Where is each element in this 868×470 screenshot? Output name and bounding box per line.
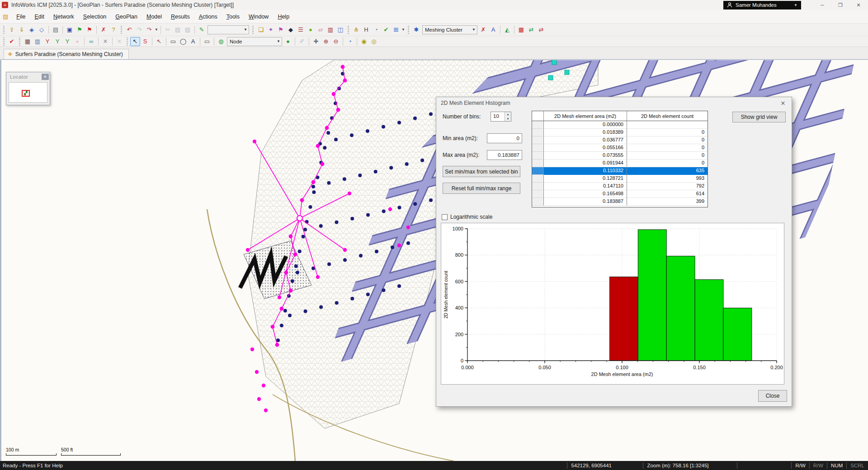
bridge-icon[interactable]: H xyxy=(361,25,371,34)
log-scale-checkbox[interactable] xyxy=(442,214,448,220)
row-selector[interactable] xyxy=(532,152,544,160)
new-window-icon[interactable]: ❏ xyxy=(256,25,266,34)
polygon-window-icon[interactable]: ▱ xyxy=(316,25,326,34)
select-trace-icon[interactable]: S xyxy=(140,37,150,46)
update-from-database-icon[interactable]: ⇓ xyxy=(17,25,27,34)
zoom-out-icon[interactable]: ⊖ xyxy=(331,37,341,46)
sync-commit-icon[interactable]: ⇄ xyxy=(526,25,536,34)
menu-model[interactable]: Model xyxy=(142,12,166,22)
flag-red-icon[interactable]: ⚑ xyxy=(85,25,94,34)
clear-flag-icon[interactable]: ◎ xyxy=(369,37,379,46)
previous-view-icon[interactable]: ◔ xyxy=(345,37,355,46)
merge-nodes-icon[interactable]: ∞ xyxy=(86,37,96,46)
reset-range-button[interactable]: Reset full min/max range xyxy=(443,183,520,194)
menu-help[interactable]: Help xyxy=(273,12,294,22)
delete-scenario-icon[interactable]: ✗ xyxy=(478,25,488,34)
rename-scenario-icon[interactable]: A xyxy=(488,25,498,34)
table-row[interactable]: 0.0551660 xyxy=(532,144,708,152)
bins-down-icon[interactable]: ▼ xyxy=(505,117,511,121)
node-type-combobox[interactable]: Node▼ xyxy=(227,37,282,46)
delete-with-pointer-icon[interactable]: ✕ xyxy=(114,37,124,46)
menu-tools[interactable]: Tools xyxy=(222,12,244,22)
compare-scenarios-icon[interactable]: ◭ xyxy=(502,25,512,34)
tab-surfers-paradise[interactable]: ❖ Surfers Paradise (Scenario Meshing Clu… xyxy=(4,49,129,59)
max-area-field[interactable]: 0.183887 xyxy=(487,150,522,160)
table-row[interactable]: 0.147110792 xyxy=(532,183,708,190)
row-selector[interactable] xyxy=(532,198,544,206)
locator-close-button[interactable]: ✕ xyxy=(42,74,49,80)
add-table-icon[interactable]: ⊞ xyxy=(391,25,401,34)
bins-up-icon[interactable]: ▲ xyxy=(505,112,511,117)
edit-flags-icon[interactable]: ✎ xyxy=(197,25,207,34)
menu-edit[interactable]: Edit xyxy=(30,12,49,22)
table-row[interactable]: 0.0183890 xyxy=(532,129,708,136)
add-table-icon-caret[interactable]: ▼ xyxy=(401,28,406,32)
pond-icon[interactable]: ◔ xyxy=(371,25,381,34)
zoom-in-icon[interactable]: ⊕ xyxy=(321,37,331,46)
minimize-button[interactable]: ─ xyxy=(819,2,826,8)
flag-combobox[interactable]: ▼ xyxy=(208,25,249,34)
table-row[interactable]: 0.165498614 xyxy=(532,190,708,198)
trace-green-icon[interactable]: Y xyxy=(52,37,62,46)
dialog-close-button[interactable]: Close xyxy=(758,390,787,402)
grid-window-icon[interactable]: ◫ xyxy=(335,25,345,34)
select-circle-icon[interactable]: ◯ xyxy=(178,37,188,46)
menu-geoplan[interactable]: GeoPlan xyxy=(111,12,142,22)
menu-actions[interactable]: Actions xyxy=(194,12,222,22)
user-dropdown[interactable]: Samer Muhandes ▼ xyxy=(723,1,801,9)
row-selector[interactable] xyxy=(532,144,544,152)
bins-value[interactable]: 10 xyxy=(491,112,505,121)
branch-tools-icon[interactable]: ⋔ xyxy=(351,25,361,34)
digitise-icon[interactable]: ✐ xyxy=(297,37,307,46)
redo-icon[interactable]: ↷ xyxy=(134,25,144,34)
deselect-all-icon[interactable]: ↖ xyxy=(154,37,164,46)
select-pointer-icon[interactable]: ↖ xyxy=(130,37,140,46)
commit-changes-icon[interactable]: ⇪ xyxy=(7,25,17,34)
undo-icon[interactable]: ↶ xyxy=(124,25,134,34)
table-row[interactable]: 0.110332635 xyxy=(532,167,708,175)
table-row[interactable]: 0.000000 xyxy=(532,121,708,129)
min-area-field[interactable]: 0 xyxy=(487,133,522,143)
table-row[interactable]: 0.128721993 xyxy=(532,175,708,183)
select-window-icon[interactable]: ▭ xyxy=(168,37,178,46)
locator-thumbnail[interactable]: ▞ xyxy=(9,82,47,103)
menu-file[interactable]: File xyxy=(12,12,30,22)
dissolve-icon[interactable]: ● xyxy=(72,37,82,46)
histogram-bar-6[interactable] xyxy=(638,230,666,361)
row-selector[interactable] xyxy=(532,129,544,136)
trace-red-icon[interactable]: Y xyxy=(42,37,52,46)
trace-mixed-icon[interactable]: Y xyxy=(62,37,72,46)
select-label-icon[interactable]: A xyxy=(188,37,198,46)
close-button[interactable]: ✕ xyxy=(855,2,862,8)
object-type-icon[interactable]: ◍ xyxy=(216,37,226,46)
remove-grid-icon[interactable]: ▦ xyxy=(516,25,526,34)
delete-object-icon[interactable]: ✕ xyxy=(100,37,110,46)
key-icon[interactable]: ✦ xyxy=(266,25,276,34)
table-row[interactable]: 0.0919440 xyxy=(532,160,708,167)
pan-icon[interactable]: ✚ xyxy=(311,37,321,46)
paste-icon[interactable]: ▨ xyxy=(183,25,193,34)
print-icon[interactable]: ▤ xyxy=(51,25,61,34)
set-minmax-button[interactable]: Set min/max from selected bin xyxy=(443,166,520,177)
geoplan-map[interactable]: 100 m 500 ft Locator ✕ ▞ 2D Mesh Element… xyxy=(0,60,868,461)
measure-icon[interactable]: ▭ xyxy=(202,37,212,46)
row-selector[interactable] xyxy=(532,190,544,198)
cut-icon[interactable]: ✂ xyxy=(163,25,173,34)
flask-icon[interactable]: ◆ xyxy=(286,25,296,34)
menu-selection[interactable]: Selection xyxy=(79,12,111,22)
menu-window[interactable]: Window xyxy=(244,12,273,22)
table-row[interactable]: 0.0735550 xyxy=(532,152,708,160)
validate-run-icon[interactable]: ✔ xyxy=(7,37,17,46)
show-grid-view-button[interactable]: Show grid view xyxy=(732,112,786,122)
row-selector[interactable] xyxy=(532,183,544,190)
row-selector[interactable] xyxy=(532,136,544,144)
flag-green-icon[interactable]: ⚑ xyxy=(75,25,85,34)
find-flag-icon[interactable]: ◉ xyxy=(359,37,369,46)
redo-history-icon-caret[interactable]: ▼ xyxy=(154,28,159,32)
dialog-title-bar[interactable]: 2D Mesh Element Histogram ✕ xyxy=(436,97,792,109)
commit-check-icon[interactable]: ✔ xyxy=(381,25,391,34)
new-object-icon[interactable]: ● xyxy=(283,37,293,46)
row-selector[interactable] xyxy=(532,121,544,129)
properties-icon[interactable]: ● xyxy=(306,25,316,34)
tree-view-icon[interactable]: ☰ xyxy=(296,25,306,34)
